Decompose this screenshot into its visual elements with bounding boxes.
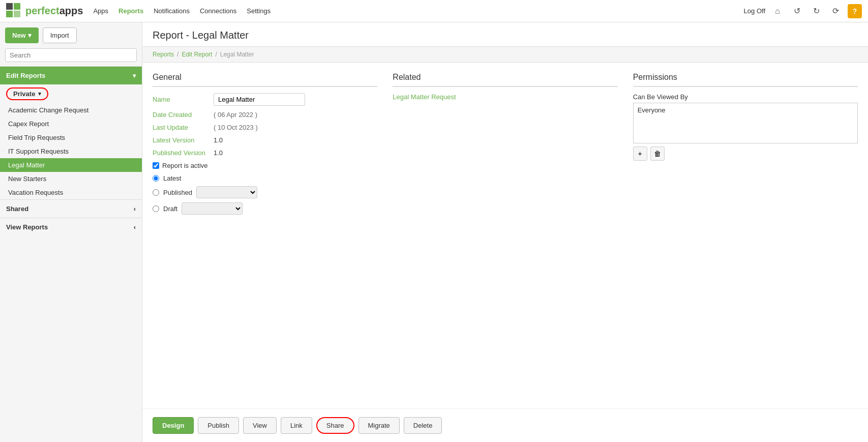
migrate-button[interactable]: Migrate: [358, 417, 400, 434]
sync-button[interactable]: ⟳: [828, 4, 843, 18]
search-box: [0, 48, 142, 66]
name-input[interactable]: [214, 93, 305, 106]
draft-select[interactable]: [182, 202, 243, 215]
nav-apps[interactable]: Apps: [93, 7, 108, 15]
private-chevron-icon: ▾: [38, 91, 41, 97]
sidebar-item-it-support-requests[interactable]: IT Support Requests: [0, 144, 142, 158]
version-radio-group: Latest Published Draft: [153, 174, 377, 215]
sidebar-list: Academic Change Request Capex Report Fie…: [0, 103, 142, 199]
nav-connections[interactable]: Connections: [200, 7, 236, 15]
trash-icon: 🗑: [654, 150, 661, 158]
related-section: Related Legal Matter Request: [393, 73, 617, 398]
main-content: Report - Legal Matter Reports / Edit Rep…: [142, 22, 868, 442]
nav-settings[interactable]: Settings: [247, 7, 271, 15]
new-label: New: [12, 32, 26, 39]
can-be-viewed-by-label: Can Be Viewed By: [633, 93, 858, 101]
top-bar: perfectapps Apps Reports Notifications C…: [0, 0, 868, 22]
viewer-item: Everyone: [636, 105, 855, 115]
viewers-list: Everyone: [633, 103, 858, 143]
shared-section[interactable]: Shared ‹: [0, 199, 142, 218]
name-field-row: Name: [153, 93, 377, 106]
delete-button[interactable]: Delete: [404, 417, 442, 434]
help-button[interactable]: ?: [848, 4, 862, 18]
search-input[interactable]: [5, 48, 137, 62]
latest-version-value: 1.0: [214, 136, 223, 144]
breadcrumb: Reports / Edit Report / Legal Matter: [142, 47, 868, 63]
shared-label: Shared: [6, 205, 28, 213]
sidebar-item-new-starters[interactable]: New Starters: [0, 172, 142, 186]
report-active-label: Report is active: [162, 162, 208, 169]
svg-rect-0: [6, 3, 13, 10]
sidebar-item-capex-report[interactable]: Capex Report: [0, 117, 142, 131]
nav-reports[interactable]: Reports: [118, 7, 143, 15]
report-active-row: Report is active: [153, 162, 377, 169]
sidebar-item-label: IT Support Requests: [8, 148, 69, 155]
published-radio[interactable]: [153, 189, 159, 196]
page-title-bar: Report - Legal Matter: [142, 22, 868, 47]
sidebar-item-label: Field Trip Requests: [8, 134, 65, 141]
edit-reports-label: Edit Reports: [6, 72, 45, 79]
last-update-label: Last Update: [153, 124, 214, 131]
date-created-label: Date Created: [153, 111, 214, 119]
view-reports-chevron-icon: ‹: [134, 223, 136, 231]
latest-radio[interactable]: [153, 175, 159, 182]
sidebar: New ▾ Import Edit Reports ▾ Private ▾: [0, 22, 142, 442]
breadcrumb-sep2: /: [215, 51, 217, 58]
add-viewer-button[interactable]: +: [633, 146, 647, 161]
published-version-row: Published Version 1.0: [153, 149, 377, 157]
reload-button[interactable]: ↻: [809, 4, 823, 18]
sidebar-item-label: Vacation Requests: [8, 189, 63, 196]
nav-notifications[interactable]: Notifications: [154, 7, 190, 15]
general-section: General Name Date Created ( 06 Apr 2022 …: [153, 73, 377, 398]
edit-reports-header[interactable]: Edit Reports ▾: [0, 67, 142, 84]
date-created-value: ( 06 Apr 2022 ): [214, 111, 257, 119]
sidebar-item-academic-change-request[interactable]: Academic Change Request: [0, 103, 142, 117]
draft-radio-row: Draft: [153, 202, 377, 215]
page-title: Report - Legal Matter: [153, 30, 858, 41]
content-area: General Name Date Created ( 06 Apr 2022 …: [142, 63, 868, 408]
published-select[interactable]: [196, 186, 257, 198]
sidebar-item-legal-matter[interactable]: Legal Matter: [0, 158, 142, 172]
view-button[interactable]: View: [243, 417, 277, 434]
svg-rect-3: [14, 11, 20, 17]
refresh-button[interactable]: ↺: [790, 4, 804, 18]
sidebar-item-label: New Starters: [8, 175, 46, 183]
link-button[interactable]: Link: [281, 417, 312, 434]
logo-text: perfectapps: [25, 5, 83, 17]
private-label-wrapper: Private ▾: [0, 84, 142, 103]
breadcrumb-reports[interactable]: Reports: [153, 51, 174, 58]
last-update-row: Last Update ( 10 Oct 2023 ): [153, 124, 377, 131]
private-label-text: Private: [13, 90, 35, 98]
import-button[interactable]: Import: [43, 27, 77, 43]
new-button[interactable]: New ▾: [5, 27, 39, 43]
published-version-value: 1.0: [214, 149, 223, 157]
publish-button[interactable]: Publish: [198, 417, 239, 434]
logoff-link[interactable]: Log Off: [744, 7, 765, 15]
permissions-section-title: Permissions: [633, 73, 858, 87]
draft-radio[interactable]: [153, 205, 159, 212]
home-button[interactable]: ⌂: [770, 4, 785, 18]
date-created-row: Date Created ( 06 Apr 2022 ): [153, 111, 377, 119]
logo-icon: [6, 3, 22, 19]
latest-radio-label: Latest: [163, 174, 181, 182]
design-button[interactable]: Design: [153, 417, 194, 434]
report-active-checkbox[interactable]: [153, 162, 159, 169]
sidebar-actions: New ▾ Import: [0, 22, 142, 48]
related-section-title: Related: [393, 73, 617, 87]
delete-viewer-button[interactable]: 🗑: [650, 146, 665, 161]
permissions-section: Permissions Can Be Viewed By Everyone + …: [633, 73, 858, 398]
bottom-buttons: Design Publish View Link Share Migrate D…: [142, 408, 868, 442]
breadcrumb-sep1: /: [177, 51, 178, 58]
breadcrumb-edit-report[interactable]: Edit Report: [182, 51, 212, 58]
related-link[interactable]: Legal Matter Request: [393, 93, 456, 101]
sidebar-item-field-trip-requests[interactable]: Field Trip Requests: [0, 131, 142, 144]
view-reports-label: View Reports: [6, 223, 48, 231]
private-section-header[interactable]: Private ▾: [6, 87, 48, 100]
published-radio-label: Published: [163, 189, 192, 196]
share-button[interactable]: Share: [316, 417, 354, 434]
last-update-value: ( 10 Oct 2023 ): [214, 124, 258, 131]
view-reports-section[interactable]: View Reports ‹: [0, 218, 142, 236]
sidebar-item-vacation-requests[interactable]: Vacation Requests: [0, 186, 142, 199]
top-bar-left: perfectapps Apps Reports Notifications C…: [6, 3, 271, 19]
perm-actions: + 🗑: [633, 146, 858, 161]
